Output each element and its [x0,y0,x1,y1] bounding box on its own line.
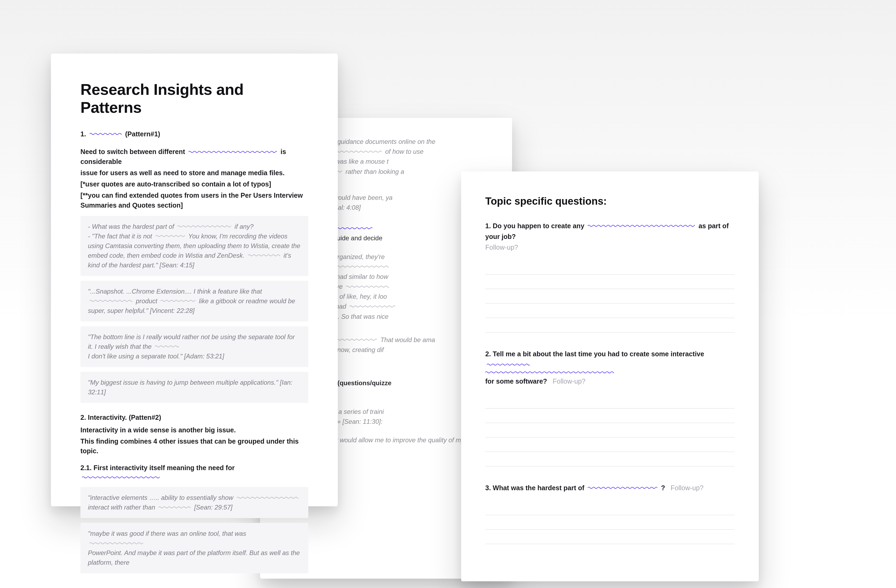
question-text: 3. What was the hardest part of ? Follow… [485,482,734,493]
redaction-squiggle [161,299,195,302]
quote-text: "interactive elements ….. ability to ess… [88,493,301,512]
note-line: [*user quotes are auto-transcribed so co… [81,179,308,189]
redaction-squiggle [248,254,280,257]
redaction-squiggle [177,225,231,228]
blank-line[interactable] [485,304,734,318]
redaction-squiggle [485,371,614,374]
answer-lines [485,394,734,466]
text: [Sean: 29:57] [194,504,232,511]
text: for some software? [485,377,547,385]
redaction-squiggle [82,476,160,479]
quote-text: "My biggest issue is having to jump betw… [88,378,301,397]
text: 3. What was the hardest part of [485,484,584,492]
blank-line[interactable] [485,501,734,515]
question-text: 2. Tell me a bit about the last time you… [485,348,734,387]
followup-label: Follow-up? [671,484,704,492]
redaction-squiggle [90,542,143,545]
note-line: [**you can find extended quotes from use… [81,190,308,210]
question-block: 3. What was the hardest part of ? Follow… [485,482,734,544]
text: (Pattern#1) [125,130,160,138]
redaction-squiggle [158,506,190,509]
pattern-1-header: 1. (Pattern#1) [81,129,308,139]
redaction-squiggle [237,496,299,499]
summary-line: issue for users as well as need to store… [81,168,308,178]
quote-text: "maybe it was good if there was an onlin… [88,529,301,567]
answer-lines [485,260,734,333]
followup-label: Follow-up? [485,242,734,252]
blank-line[interactable] [485,409,734,423]
summary-line: Interactivity in a wide sense is another… [81,425,308,435]
text: PowerPoint. And maybe it was part of the… [88,549,300,566]
redaction-squiggle [155,345,179,348]
text: I don't like using a separate tool." [Ad… [88,352,224,360]
blank-line[interactable] [485,515,734,530]
quote-block: "...Snapshot. ...Chrome Extension.... I … [81,281,308,321]
text: product [136,297,157,305]
question-block: 2. Tell me a bit about the last time you… [485,348,734,466]
text: 2.1. First interactivity itself meaning … [81,464,235,471]
blank-line[interactable] [485,260,734,275]
blank-line[interactable] [485,530,734,544]
text: - "The fact that it is not [88,232,152,240]
redaction-squiggle [155,235,185,237]
text: it would allow me to improve the quality… [335,436,482,444]
document-left: Research Insights and Patterns 1. (Patte… [51,53,338,506]
text: "The bottom line is I really would rathe… [88,333,295,350]
text: rather than looking a [346,168,404,175]
text: That would be ama [381,336,435,343]
text: 2. Tell me a bit about the last time you… [485,350,704,358]
summary-line: Need to switch between different is cons… [81,147,308,166]
text: - What was the hardest part of [88,223,174,230]
page-title: Research Insights and Patterns [81,81,308,116]
quote-text: - What was the hardest part of if any? -… [88,222,301,270]
document-right: Topic specific questions: 1. Do you happ… [461,172,759,581]
text: 1. Do you happen to create any [485,222,584,229]
redaction-squiggle [90,132,122,135]
quote-block: - What was the hardest part of if any? -… [81,216,308,276]
blank-line[interactable] [485,423,734,438]
quote-block: "interactive elements ….. ability to ess… [81,487,308,518]
text: Need to switch between different [81,148,185,155]
redaction-squiggle [189,150,277,153]
pattern-2-heading: 2. Interactivity. (Patten#2) [81,413,308,421]
summary-line: This finding combines 4 other issues tha… [81,436,308,456]
blank-line[interactable] [485,394,734,409]
text: "interactive elements ….. ability to ess… [88,494,233,501]
blank-line[interactable] [485,289,734,304]
text: "maybe it was good if there was an onlin… [88,530,246,537]
text: (questions/quizze [338,379,392,387]
quote-text: "The bottom line is I really would rathe… [88,332,301,361]
pattern-1-number-row: 1. (Pattern#1) [81,129,308,139]
blank-line[interactable] [485,318,734,333]
answer-lines [485,501,734,544]
sub-pattern-heading: 2.1. First interactivity itself meaning … [81,463,308,482]
redaction-squiggle [350,305,395,308]
quote-block: "My biggest issue is having to jump betw… [81,372,308,403]
quote-text: "...Snapshot. ...Chrome Extension.... I … [88,287,301,316]
blank-line[interactable] [485,438,734,452]
text: of how to use [385,148,424,155]
text: 1. [81,130,86,138]
question-block: 1. Do you happen to create any as part o… [485,220,734,333]
text: ? [661,484,665,492]
blank-line[interactable] [485,275,734,289]
question-text: 1. Do you happen to create any as part o… [485,220,734,242]
redaction-squiggle [346,285,389,288]
text: if any? [235,223,254,230]
blank-line[interactable] [485,452,734,466]
section-title: Topic specific questions: [485,196,734,207]
text: "...Snapshot. ...Chrome Extension.... I … [88,288,262,295]
quote-block: "The bottom line is I really would rathe… [81,326,308,367]
redaction-squiggle [90,299,133,302]
followup-label: Follow-up? [553,377,585,385]
quote-block: "maybe it was good if there was an onlin… [81,523,308,573]
redaction-squiggle [588,486,657,489]
text: interact with rather than [88,504,155,511]
redaction-squiggle [588,225,695,227]
redaction-squiggle [487,363,530,366]
